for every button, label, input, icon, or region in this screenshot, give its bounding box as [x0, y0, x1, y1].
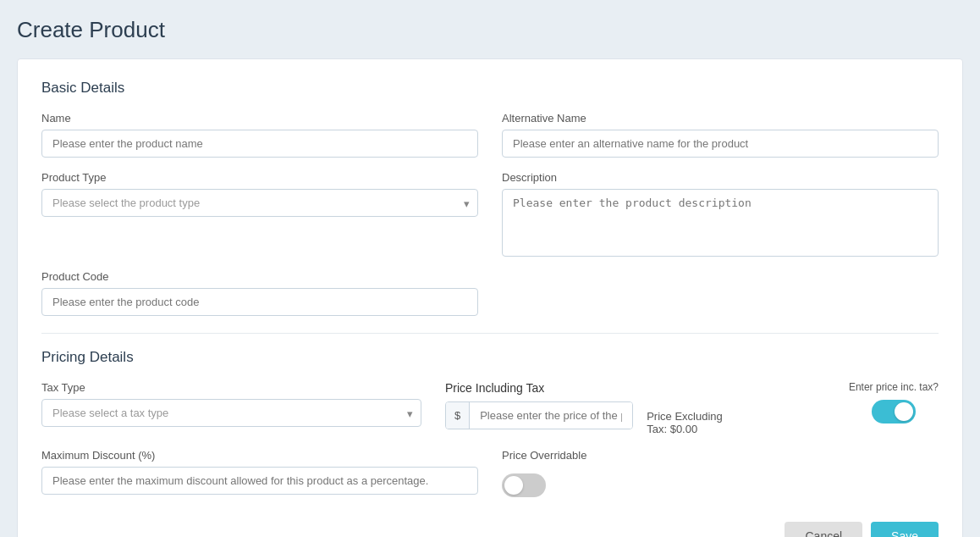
- description-label: Description: [502, 171, 939, 184]
- section-divider: [41, 333, 939, 334]
- price-overridable-group: Price Overridable: [502, 449, 939, 505]
- tax-type-select-wrapper: Please select a tax type: [41, 399, 421, 427]
- name-row: Name Alternative Name: [41, 112, 939, 158]
- alt-name-label: Alternative Name: [502, 112, 939, 125]
- tax-type-group: Tax Type Please select a tax type: [41, 381, 421, 427]
- product-code-label: Product Code: [41, 270, 478, 283]
- toggle-slider-off: [502, 473, 546, 497]
- name-input[interactable]: [41, 130, 478, 158]
- pricing-main-row: Tax Type Please select a tax type Price …: [41, 381, 939, 435]
- basic-details-title: Basic Details: [41, 80, 939, 97]
- price-inc-group: Price Including Tax $ Price Excluding Ta…: [445, 381, 825, 435]
- tax-type-label: Tax Type: [41, 381, 421, 394]
- description-group: Description: [502, 171, 939, 257]
- save-button[interactable]: Save: [871, 522, 939, 537]
- empty-right-group: [502, 270, 939, 316]
- price-inc-row: $ Price Excluding Tax: $0.00: [445, 395, 825, 435]
- description-textarea[interactable]: [502, 189, 939, 257]
- price-excluding-value: Tax: $0.00: [647, 423, 723, 435]
- form-card: Basic Details Name Alternative Name Prod…: [17, 58, 963, 537]
- type-description-row: Product Type Please select the product t…: [41, 171, 939, 257]
- price-prefix: $: [446, 402, 470, 429]
- max-discount-group: Maximum Discount (%): [41, 449, 478, 505]
- cancel-button[interactable]: Cancel: [785, 522, 862, 537]
- enter-price-label: Enter price inc. tax?: [849, 381, 939, 395]
- price-inc-tax-label: Price Including Tax: [445, 381, 825, 395]
- name-label: Name: [41, 112, 478, 125]
- discount-overridable-row: Maximum Discount (%) Price Overridable: [41, 449, 939, 505]
- max-discount-label: Maximum Discount (%): [41, 449, 478, 462]
- product-code-input[interactable]: [41, 288, 478, 316]
- price-excluding-label: Price Excluding: [647, 410, 723, 423]
- action-buttons-row: Cancel Save: [41, 522, 939, 537]
- alt-name-input[interactable]: [502, 130, 939, 158]
- name-group: Name: [41, 112, 478, 158]
- product-type-label: Product Type: [41, 171, 478, 184]
- price-field-wrapper: $: [445, 401, 633, 429]
- toggle-slider-on: [872, 400, 916, 424]
- enter-price-toggle[interactable]: [872, 400, 916, 424]
- product-type-group: Product Type Please select the product t…: [41, 171, 478, 257]
- product-code-group: Product Code: [41, 270, 478, 316]
- enter-price-toggle-wrapper: Enter price inc. tax?: [849, 381, 939, 424]
- page-title: Create Product: [17, 17, 963, 43]
- price-overridable-toggle[interactable]: [502, 473, 546, 497]
- product-type-select[interactable]: Please select the product type: [41, 189, 478, 217]
- pricing-details-title: Pricing Details: [41, 349, 939, 366]
- price-excluding: Price Excluding Tax: $0.00: [647, 395, 723, 435]
- product-type-select-wrapper: Please select the product type: [41, 189, 478, 217]
- alt-name-group: Alternative Name: [502, 112, 939, 158]
- product-code-row: Product Code: [41, 270, 939, 316]
- tax-type-select[interactable]: Please select a tax type: [41, 399, 421, 427]
- price-input[interactable]: [470, 402, 632, 429]
- price-overridable-label: Price Overridable: [502, 449, 939, 462]
- max-discount-input[interactable]: [41, 467, 478, 495]
